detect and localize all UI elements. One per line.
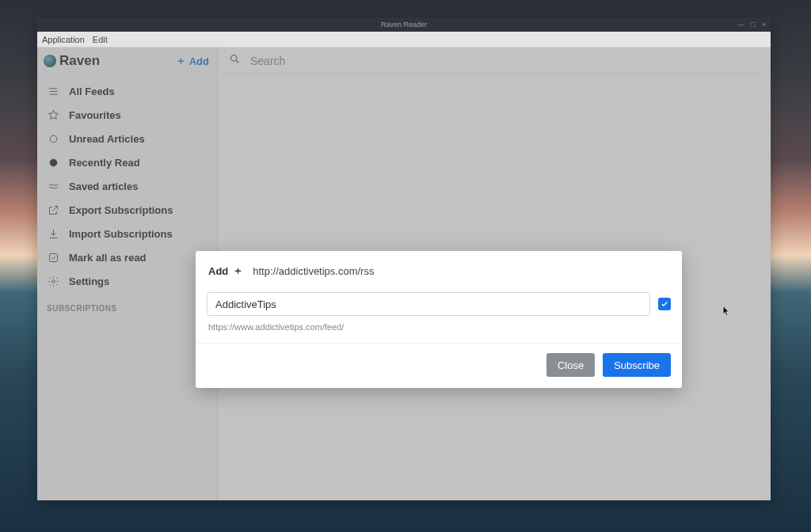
add-feed-modal: Add ＋ http://addictivetips.com/rss https… xyxy=(196,251,682,388)
feed-name-input[interactable] xyxy=(207,292,650,316)
check-icon xyxy=(661,300,668,308)
divider xyxy=(196,343,682,344)
menu-edit[interactable]: Edit xyxy=(93,35,108,44)
menubar: Application Edit xyxy=(37,32,771,48)
subscribe-button[interactable]: Subscribe xyxy=(603,353,671,377)
modal-actions: Close Subscribe xyxy=(207,353,671,377)
window-title: Raven Reader xyxy=(381,21,427,28)
feed-selected-checkbox[interactable] xyxy=(658,298,671,310)
window-controls: — □ × xyxy=(737,17,766,32)
titlebar: Raven Reader — □ × xyxy=(37,17,771,32)
minimize-icon[interactable]: — xyxy=(737,21,744,28)
feed-url-value[interactable]: http://addictivetips.com/rss xyxy=(253,265,374,277)
close-icon[interactable]: × xyxy=(762,21,766,28)
close-button[interactable]: Close xyxy=(546,353,595,377)
modal-feed-row xyxy=(207,292,671,316)
app-body: Raven ＋ Add All Feeds xyxy=(37,48,771,500)
feed-resolved-url: https://www.addictivetips.com/feed/ xyxy=(207,322,671,332)
maximize-icon[interactable]: □ xyxy=(751,21,755,28)
plus-icon: ＋ xyxy=(233,264,243,278)
modal-add-label: Add ＋ xyxy=(208,264,243,278)
app-window: Raven Reader — □ × Application Edit Rave… xyxy=(37,17,771,500)
menu-application[interactable]: Application xyxy=(42,35,85,44)
modal-header: Add ＋ http://addictivetips.com/rss xyxy=(207,264,671,278)
